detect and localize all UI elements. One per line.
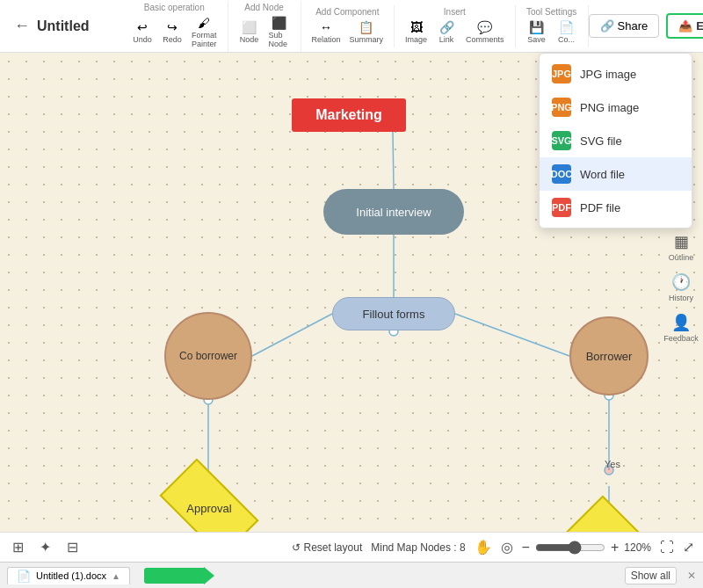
comments-button[interactable]: 💬 Comments — [462, 18, 508, 46]
save-button[interactable]: 💾 Save — [523, 18, 551, 46]
bottom-controls: ⊞ ✦ ⊟ ↺ Reset layout Mind Map Nodes : 8 … — [0, 532, 703, 562]
section-label-insert: Insert — [444, 7, 466, 17]
toolbar-section-basic: Basic operation ↩ Undo ↪ Redo 🖌 Format P… — [121, 1, 228, 52]
export-pdf-item[interactable]: PDF PDF file — [540, 191, 692, 224]
grid-icon[interactable]: ⊞ — [9, 535, 27, 559]
zoom-minus-button[interactable]: − — [522, 540, 530, 555]
show-all-button[interactable]: Show all — [625, 567, 677, 584]
file-tab-name: Untitled (1).docx — [36, 570, 106, 581]
reset-layout-button[interactable]: ↺ Reset layout — [292, 541, 363, 554]
svg-icon: SVG — [552, 131, 571, 150]
node-marketing[interactable]: Marketing — [292, 98, 406, 132]
file-tab-icon: 📄 — [17, 570, 31, 583]
node-approval-left-text: Approval — [165, 482, 253, 534]
node-fillout-forms[interactable]: Fillout forms — [332, 297, 455, 330]
zoom-slider[interactable] — [535, 541, 605, 555]
toolbar-section-add-node: Add Node ⬜ Node ⬛ Sub Node — [228, 1, 301, 52]
section-label-add-component: Add Component — [315, 7, 379, 17]
export-png-item[interactable]: PNG PNG image — [540, 91, 692, 124]
node-count: Mind Map Nodes : 8 — [371, 541, 465, 554]
toolbar-section-add-component: Add Component ↔ Relation 📋 Summary — [301, 5, 395, 47]
star-icon[interactable]: ✦ — [36, 535, 54, 559]
export-word-item[interactable]: DOC Word file — [540, 157, 692, 191]
undo-button[interactable]: ↩ Undo — [128, 18, 156, 46]
section-label-tool-settings: Tool Settings — [526, 7, 576, 17]
fit-screen-icon[interactable]: ⛶ — [660, 540, 674, 555]
export-icon: 📤 — [678, 19, 692, 33]
back-button[interactable]: ← — [7, 13, 37, 39]
svg-line-2 — [252, 314, 332, 356]
link-button[interactable]: 🔗 Link — [432, 18, 460, 46]
reset-icon: ↺ — [292, 541, 301, 554]
history-button[interactable]: 🕐 History — [665, 269, 697, 306]
feedback-button[interactable]: 👤 Feedback — [660, 309, 702, 346]
document-title: Untitled — [37, 18, 107, 34]
redo-button[interactable]: ↪ Redo — [158, 18, 186, 46]
zoom-percent: 120% — [624, 541, 651, 554]
close-tab-button[interactable]: ✕ — [687, 570, 696, 582]
export-dropdown: JPG JPG image PNG PNG image SVG SVG file… — [539, 53, 692, 229]
relation-button[interactable]: ↔ Relation — [308, 18, 344, 46]
sub-node-button[interactable]: ⬛ Sub Node — [265, 14, 294, 50]
pdf-icon: PDF — [552, 198, 571, 217]
header: ← Untitled Basic operation ↩ Undo ↪ Redo… — [0, 0, 703, 53]
node-co-borrower[interactable]: Co borrower — [164, 312, 252, 400]
format-painter-button[interactable]: 🖌 Format Painter — [188, 14, 221, 50]
fullscreen-icon[interactable]: ⤢ — [683, 539, 694, 555]
hand-icon[interactable]: ✋ — [475, 539, 492, 555]
toolbar-section-insert: Insert 🖼 Image 🔗 Link 💬 Comments — [395, 5, 516, 47]
node-borrower[interactable]: Borrower — [569, 316, 649, 396]
svg-line-3 — [455, 314, 569, 356]
download-arrow — [144, 568, 206, 584]
location-icon[interactable]: ◎ — [501, 539, 513, 555]
file-tab-arrow-icon[interactable]: ▲ — [112, 571, 120, 581]
svg-line-0 — [393, 132, 394, 189]
share-button[interactable]: 🔗 Share — [589, 14, 660, 38]
history-icon: 🕐 — [671, 272, 691, 292]
toolbar-right: 🔗 Share 📤 Export — [589, 13, 703, 39]
table-icon[interactable]: ⊟ — [63, 535, 82, 559]
png-icon: PNG — [552, 98, 571, 117]
outline-icon: ▦ — [674, 232, 689, 251]
yes-label: Yes — [605, 459, 620, 469]
file-tab-bar: 📄 Untitled (1).docx ▲ Show all ✕ — [0, 562, 703, 588]
outline-button[interactable]: ▦ Outline — [665, 229, 698, 265]
zoom-control: − + 120% — [522, 540, 651, 555]
share-icon: 🔗 — [600, 19, 614, 33]
feedback-icon: 👤 — [671, 313, 691, 332]
zoom-plus-button[interactable]: + — [611, 540, 619, 555]
image-button[interactable]: 🖼 Image — [402, 18, 431, 46]
word-icon: DOC — [552, 164, 571, 184]
jpg-icon: JPG — [552, 64, 571, 83]
copy-button[interactable]: 📄 Co... — [553, 18, 581, 46]
toolbar-section-tool-settings: Tool Settings 💾 Save 📄 Co... — [516, 5, 589, 47]
section-label-add-node: Add Node — [244, 3, 283, 12]
section-label-basic: Basic operation — [144, 3, 205, 12]
export-jpg-item[interactable]: JPG JPG image — [540, 57, 692, 91]
summary-button[interactable]: 📋 Summary — [346, 18, 388, 46]
node-button[interactable]: ⬜ Node — [236, 18, 264, 46]
file-tab[interactable]: 📄 Untitled (1).docx ▲ — [7, 567, 130, 584]
export-button[interactable]: 📤 Export — [666, 13, 703, 39]
export-svg-item[interactable]: SVG SVG file — [540, 124, 692, 157]
node-initial-interview[interactable]: Initial interview — [323, 189, 464, 235]
